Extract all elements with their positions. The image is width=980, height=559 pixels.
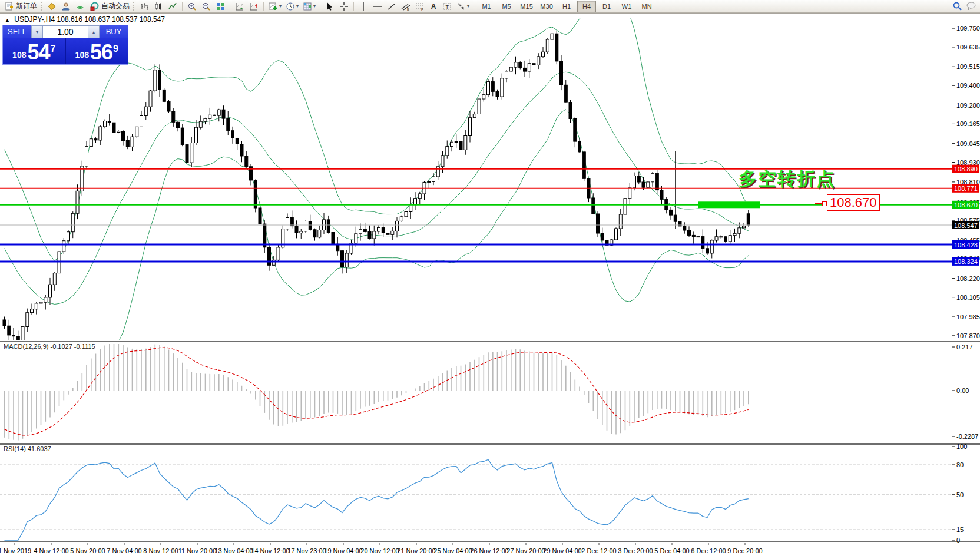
sell-button[interactable]: SELL — [3, 25, 31, 38]
time-tick-label: 11 Nov 20:00 — [178, 547, 217, 554]
timeframe-m1[interactable]: M1 — [477, 1, 496, 12]
bar-chart-icon — [139, 1, 150, 11]
periods-button[interactable]: ▾ — [283, 1, 300, 12]
trendline-tool-button[interactable] — [385, 1, 399, 12]
rsi-tick-label: 15 — [956, 526, 964, 533]
auto-trading-button[interactable]: 自动交易 — [87, 1, 131, 12]
price-tick-label: 109.400 — [956, 82, 980, 89]
axis-price-label: 108.547 — [954, 222, 978, 229]
candlestick-chart-button[interactable] — [151, 1, 165, 12]
time-tick-label: 26 Nov 12:00 — [470, 547, 508, 554]
vertical-line-icon — [358, 1, 369, 11]
auto-trading-label: 自动交易 — [101, 1, 130, 11]
fibonacci-icon: F — [415, 1, 425, 11]
periods-dropdown-caret[interactable]: ▾ — [296, 4, 299, 9]
arrows-dropdown-caret[interactable]: ▾ — [467, 4, 469, 9]
time-tick-label: 27 Nov 20:00 — [506, 547, 545, 554]
axis-price-label: 108.670 — [954, 201, 978, 209]
vertical-line-tool-button[interactable] — [356, 1, 370, 12]
ohlc-readout: 108.616 108.637 108.537 108.547 — [57, 15, 165, 24]
templates-button[interactable]: ▾ — [300, 1, 317, 12]
collapse-panel-icon[interactable]: ▲ — [5, 17, 10, 23]
timeframe-m30[interactable]: M30 — [537, 1, 556, 12]
signals-button[interactable] — [73, 1, 87, 12]
indicators-button[interactable]: ▾ — [266, 1, 283, 12]
price-tick-label: 109.635 — [956, 44, 980, 51]
turning-point-annotation[interactable]: 多空转折点 — [739, 167, 836, 191]
chart-shift-button[interactable] — [247, 1, 261, 12]
time-tick-label: 13 Nov 04:00 — [214, 547, 253, 554]
time-tick-label: 25 Nov 04:00 — [433, 547, 472, 554]
cursor-icon — [325, 1, 335, 11]
new-order-icon — [4, 1, 14, 11]
price-tick-label: 108.220 — [956, 275, 980, 282]
volume-increase-button[interactable]: ▴ — [88, 25, 100, 38]
symbol-period-label: USDJPY-,H4 — [14, 15, 55, 24]
bar-chart-button[interactable] — [137, 1, 151, 12]
timeframe-h1[interactable]: H1 — [557, 1, 576, 12]
price-tick-label: 109.750 — [956, 25, 980, 32]
timeframe-m15[interactable]: M15 — [517, 1, 536, 12]
templates-icon — [302, 1, 313, 11]
time-tick-label: 3 Dec 20:00 — [618, 547, 653, 554]
macd-tick-label: 0.217 — [956, 343, 973, 350]
search-button[interactable] — [950, 1, 964, 12]
zoom-out-button[interactable] — [199, 1, 213, 12]
auto-trading-icon — [89, 1, 100, 11]
sell-price[interactable]: 108547 — [3, 38, 65, 64]
arrows-icon — [456, 1, 466, 11]
arrows-tool-button[interactable]: ▾ — [454, 1, 471, 12]
horizontal-line-tool-button[interactable] — [370, 1, 385, 12]
time-tick-label: 9 Dec 20:00 — [727, 547, 762, 554]
callout-anchor[interactable] — [822, 201, 827, 206]
text-tool-icon: A — [429, 2, 438, 11]
svg-text:F: F — [421, 8, 423, 11]
tile-windows-button[interactable] — [213, 1, 227, 12]
time-tick-label: 14 Nov 12:00 — [251, 547, 289, 554]
indicators-icon — [268, 1, 279, 11]
chart-shift-icon — [249, 1, 259, 11]
price-tick-label: 109.515 — [956, 63, 980, 70]
price-tick-label: 107.985 — [956, 313, 980, 320]
text-label-icon: T — [442, 1, 452, 11]
time-tick-label: 29 Nov 04:00 — [543, 547, 581, 554]
buy-button[interactable]: BUY — [100, 25, 128, 38]
green-trend-segment[interactable] — [698, 201, 760, 208]
rsi-indicator-label: RSI(14) 41.6037 — [4, 445, 51, 452]
axis-price-label: 108.324 — [954, 258, 978, 265]
volume-input[interactable]: 1.00 — [43, 25, 88, 38]
crosshair-icon — [339, 1, 349, 11]
timeframe-mn[interactable]: MN — [637, 1, 656, 12]
indicators-dropdown-caret[interactable]: ▾ — [279, 4, 282, 9]
macd-tick-label: -0.2287 — [956, 433, 978, 440]
timeframe-d1[interactable]: D1 — [597, 1, 616, 12]
volume-spinner: ▾ 1.00 ▴ — [31, 25, 100, 38]
rsi-tick-label: 50 — [956, 491, 964, 498]
text-label-tool-button[interactable]: T — [440, 1, 454, 12]
line-chart-button[interactable] — [165, 1, 180, 12]
price-tick-label: 109.165 — [956, 120, 980, 127]
text-tool-button[interactable]: A — [427, 1, 440, 12]
volume-decrease-button[interactable]: ▾ — [31, 25, 43, 38]
templates-dropdown-caret[interactable]: ▾ — [313, 4, 316, 9]
time-tick-label: 2 Dec 12:00 — [581, 547, 616, 554]
fibonacci-tool-button[interactable]: F — [413, 1, 427, 12]
new-order-button[interactable]: 新订单 — [2, 1, 39, 12]
chart-window-button[interactable] — [45, 1, 59, 12]
zoom-in-button[interactable] — [185, 1, 199, 12]
chat-button[interactable] — [964, 1, 978, 12]
cursor-tool-button[interactable] — [323, 1, 337, 12]
crosshair-tool-button[interactable] — [337, 1, 351, 12]
equidistant-channel-icon: E — [400, 1, 411, 11]
horizontal-line-icon — [372, 1, 383, 11]
auto-scroll-button[interactable] — [233, 1, 247, 12]
buy-price[interactable]: 108569 — [66, 38, 128, 64]
timeframe-h4[interactable]: H4 — [577, 1, 596, 12]
timeframe-m5[interactable]: M5 — [497, 1, 516, 12]
accounts-button[interactable] — [59, 1, 73, 12]
price-tick-label: 108.105 — [956, 294, 980, 301]
timeframe-w1[interactable]: W1 — [617, 1, 636, 12]
channel-tool-button[interactable]: E — [399, 1, 413, 12]
price-callout-box[interactable]: 108.670 — [827, 194, 880, 211]
price-tick-label: 107.870 — [956, 332, 980, 339]
